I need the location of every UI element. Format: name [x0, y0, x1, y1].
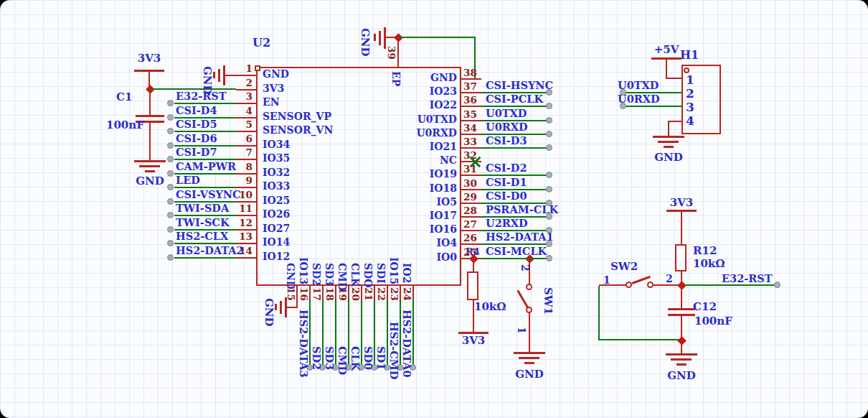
net-label-LED[interactable]: LED: [176, 175, 200, 185]
net-label-CSI-D1[interactable]: CSI-D1: [486, 177, 527, 187]
power-flag-3v3-reset-label[interactable]: 3V3: [666, 198, 697, 208]
wire-pad[interactable]: [167, 212, 174, 218]
gnd-label-c1[interactable]: GND: [134, 176, 166, 186]
net-label-CSI-VSYNC[interactable]: CSI-VSYNC: [176, 190, 241, 200]
pin-stub-33[interactable]: [461, 147, 481, 149]
ep-gnd-wire[interactable]: [399, 37, 475, 38]
gnd-label-h1[interactable]: GND: [653, 152, 684, 162]
net-label-PSRAM-CLK[interactable]: PSRAM-CLK: [486, 205, 558, 215]
pin-stub-31[interactable]: [461, 175, 481, 176]
header-pin3-wire[interactable]: [626, 106, 681, 107]
net-wire-HS2-DATA2[interactable]: [174, 257, 236, 259]
sw2-return-wire[interactable]: [598, 339, 679, 340]
switch-sw1-ref-label[interactable]: SW1: [543, 287, 553, 315]
wire-pad[interactable]: [167, 114, 174, 121]
net-wire-CSI-MCLK[interactable]: [481, 258, 547, 259]
wire-pad[interactable]: [167, 156, 174, 162]
pin-stub-28[interactable]: [461, 216, 481, 218]
net-label-SD0[interactable]: SD0: [363, 346, 373, 370]
resistor-r12[interactable]: [675, 244, 687, 271]
pin-stub-36[interactable]: [461, 106, 481, 107]
pin-stub-34[interactable]: [461, 134, 481, 135]
cap-c1-ref-label[interactable]: C1: [116, 92, 132, 102]
pin-stub-29[interactable]: [461, 203, 481, 204]
net-label-CAM-PWR[interactable]: CAM-PWR: [176, 162, 236, 172]
wire-pad[interactable]: [167, 240, 174, 246]
switch-sw1-contact[interactable]: [526, 284, 532, 290]
net-label-E32-RST[interactable]: E32-RST: [176, 91, 227, 101]
capacitor-c1[interactable]: [136, 115, 164, 117]
gnd-label-pin15[interactable]: GND: [264, 298, 274, 327]
net-label-CSI-D3[interactable]: CSI-D3: [486, 136, 527, 146]
wire-pad[interactable]: [546, 131, 552, 137]
gnd-label-ep[interactable]: GND: [360, 28, 370, 57]
net-label-CSI-D6[interactable]: CSI-D6: [176, 134, 217, 144]
pin-stub-25[interactable]: [461, 258, 481, 259]
net-label-CSI-D0[interactable]: CSI-D0: [486, 191, 527, 201]
pin-stub-39[interactable]: [397, 37, 399, 67]
pin-stub-35[interactable]: [461, 120, 481, 121]
net-label-SD1[interactable]: SD1: [376, 346, 386, 370]
wire-pad[interactable]: [546, 186, 552, 192]
wire-pad[interactable]: [774, 282, 780, 288]
net-wire-e32-rst[interactable]: [684, 284, 775, 286]
net-label-CSI-D7[interactable]: CSI-D7: [176, 147, 217, 157]
power-flag-3v3-boot-label[interactable]: 3V3: [458, 335, 489, 345]
wire-pad[interactable]: [167, 100, 174, 106]
switch-sw2-contact[interactable]: [647, 282, 654, 288]
net-label-CSI-PCLK[interactable]: CSI-PCLK: [486, 94, 543, 104]
switch-sw2-contact[interactable]: [626, 282, 632, 288]
pin-stub-3[interactable]: [236, 103, 256, 104]
cap-c12-ref-label[interactable]: C12: [693, 302, 717, 312]
switch-sw1-contact[interactable]: [526, 307, 532, 313]
resistor-r4[interactable]: [467, 271, 478, 300]
resistor-r12-value-label[interactable]: 10kΩ: [693, 259, 725, 269]
ic-ref-label[interactable]: U2: [253, 38, 270, 48]
pin-stub-5[interactable]: [236, 131, 256, 132]
net-label-U0RXD[interactable]: U0RXD: [486, 122, 528, 132]
power-flag-3v3-label[interactable]: 3V3: [133, 53, 165, 63]
wire-pad[interactable]: [167, 226, 174, 233]
pin-stub-37[interactable]: [461, 92, 481, 93]
pin-stub-11[interactable]: [236, 215, 256, 216]
pin-stub-7[interactable]: [236, 159, 256, 160]
net-label-HS2-CLX[interactable]: HS2-CLX: [176, 231, 228, 241]
resistor-r4-value-label[interactable]: 10kΩ: [474, 302, 506, 312]
wire-pad[interactable]: [167, 128, 174, 134]
net-label-HS2-DATA3[interactable]: HS2-DATA3: [298, 310, 308, 378]
net-label-CSI-MCLK[interactable]: CSI-MCLK: [486, 246, 547, 256]
capacitor-c12[interactable]: [668, 308, 695, 310]
wire-pad[interactable]: [546, 172, 552, 178]
wire-pad[interactable]: [167, 254, 174, 261]
net-label-HS2-DATA2[interactable]: HS2-DATA2: [176, 246, 244, 256]
net-label-SD2[interactable]: SD2: [311, 346, 321, 370]
pin-stub-1[interactable]: [236, 75, 256, 76]
cap-c1-value-label[interactable]: 100nF: [106, 120, 144, 130]
net-label-CSI-D2[interactable]: CSI-D2: [486, 163, 527, 173]
net-label-u0rxd[interactable]: U0RXD: [618, 94, 660, 104]
wire-pad[interactable]: [546, 144, 552, 151]
wire-pad[interactable]: [546, 117, 552, 124]
gnd-label-sw1[interactable]: GND: [514, 369, 545, 379]
gnd-label-c12[interactable]: GND: [666, 371, 697, 381]
wire-pad[interactable]: [167, 184, 174, 190]
cap-c12-value-label[interactable]: 100nF: [694, 316, 732, 326]
sw2-return-wire[interactable]: [598, 286, 600, 340]
net-label-u0txd[interactable]: U0TXD: [618, 80, 659, 90]
net-label-CSI-D5[interactable]: CSI-D5: [176, 119, 217, 129]
net-label-TWI-SDA[interactable]: TWI-SDA: [176, 203, 229, 213]
net-label-U0TXD[interactable]: U0TXD: [486, 108, 527, 119]
wire-pad[interactable]: [167, 198, 174, 205]
net-label-CSI-HSYNC[interactable]: CSI-HSYNC: [486, 80, 553, 90]
wire-pad[interactable]: [546, 103, 552, 109]
net-label-HS2-DATA1[interactable]: HS2-DATA1: [486, 232, 554, 242]
net-label-CMD[interactable]: CMD: [337, 346, 347, 375]
wire-pad[interactable]: [167, 170, 174, 177]
net-label-HS2-CMD[interactable]: HS2-CMD: [389, 322, 399, 379]
resistor-r12-ref-label[interactable]: R12: [693, 246, 717, 256]
wire-pad[interactable]: [167, 142, 174, 149]
pin-stub-38[interactable]: [461, 78, 481, 80]
pin-stub-14[interactable]: [236, 257, 256, 259]
header-h1-ref-label[interactable]: H1: [680, 50, 699, 60]
net-label-TWI-SCK[interactable]: TWI-SCK: [176, 218, 230, 228]
